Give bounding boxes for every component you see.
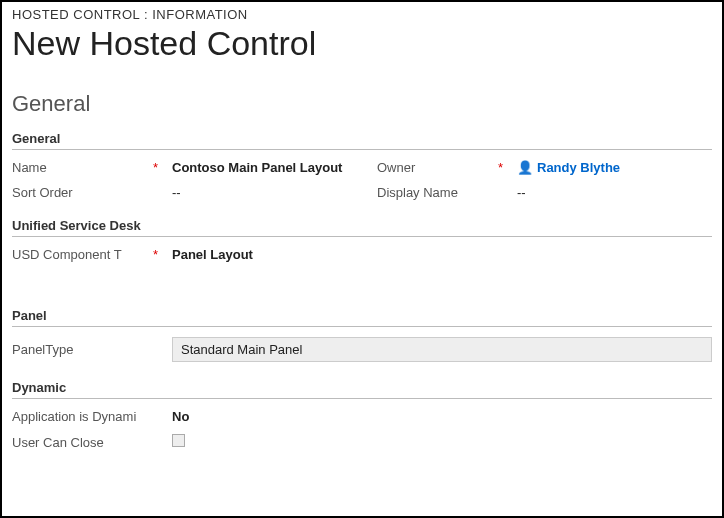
breadcrumb: HOSTED CONTROL : INFORMATION [12, 7, 712, 22]
label-usd-component-text: USD Component T [12, 247, 122, 262]
value-owner[interactable]: 👤 Randy Blythe [517, 160, 712, 175]
subsection-general: General [12, 131, 712, 150]
select-panel-type[interactable]: Standard Main Panel [172, 337, 712, 362]
required-owner: * [498, 160, 503, 175]
required-usd-component: * [153, 247, 158, 262]
value-sort-order[interactable]: -- [172, 185, 367, 200]
subsection-usd: Unified Service Desk [12, 218, 712, 237]
label-name: Name * [12, 160, 162, 175]
checkbox-user-can-close[interactable] [172, 434, 185, 447]
label-display-name: Display Name [377, 185, 507, 200]
label-sort-order: Sort Order [12, 185, 162, 200]
owner-link[interactable]: Randy Blythe [537, 160, 620, 175]
value-app-dynamic[interactable]: No [172, 409, 712, 424]
person-icon: 👤 [517, 160, 533, 175]
subsection-panel: Panel [12, 308, 712, 327]
value-user-can-close[interactable] [172, 434, 712, 450]
value-display-name[interactable]: -- [517, 185, 712, 200]
label-owner-text: Owner [377, 160, 415, 175]
label-usd-component: USD Component T * [12, 247, 162, 262]
label-app-dynamic: Application is Dynami [12, 409, 162, 424]
subsection-dynamic: Dynamic [12, 380, 712, 399]
label-owner: Owner * [377, 160, 507, 175]
page-title: New Hosted Control [12, 24, 712, 63]
value-usd-component[interactable]: Panel Layout [172, 247, 712, 262]
required-name: * [153, 160, 158, 175]
value-name[interactable]: Contoso Main Panel Layout [172, 160, 367, 175]
label-panel-type: PanelType [12, 342, 162, 357]
label-user-can-close: User Can Close [12, 435, 162, 450]
label-name-text: Name [12, 160, 47, 175]
section-title-general: General [12, 91, 712, 117]
